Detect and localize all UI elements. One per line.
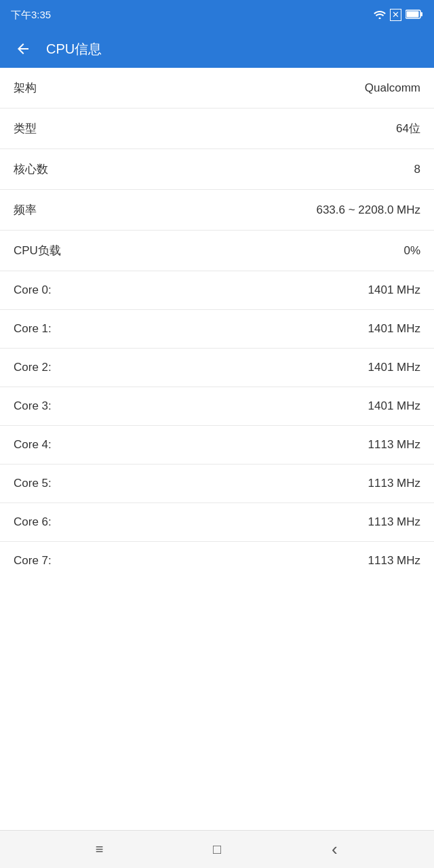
info-label: CPU负载: [14, 243, 61, 258]
svg-rect-2: [407, 11, 419, 17]
svg-rect-1: [420, 12, 422, 16]
info-row: 架构Qualcomm: [0, 68, 434, 108]
info-row: Core 7:1113 MHz: [0, 542, 434, 580]
info-value: 1113 MHz: [368, 477, 420, 490]
info-value: 8: [414, 163, 420, 176]
info-value: 1401 MHz: [368, 283, 420, 297]
sim-icon: ✕: [390, 9, 401, 21]
info-value: 64位: [396, 121, 420, 136]
info-row: Core 3:1401 MHz: [0, 387, 434, 426]
info-row: Core 0:1401 MHz: [0, 271, 434, 310]
content-area: 架构Qualcomm类型64位核心数8频率633.6 ~ 2208.0 MHzC…: [0, 68, 434, 830]
info-value: 1113 MHz: [368, 438, 420, 452]
back-nav-button[interactable]: ‹: [321, 836, 348, 863]
info-value: 0%: [403, 244, 420, 258]
info-row: Core 1:1401 MHz: [0, 310, 434, 349]
info-row: Core 5:1113 MHz: [0, 465, 434, 503]
status-bar: 下午3:35 ✕: [0, 0, 434, 30]
menu-button[interactable]: ≡: [86, 836, 113, 863]
toolbar-title: CPU信息: [46, 40, 102, 58]
status-icons: ✕: [374, 9, 423, 21]
info-value: 1401 MHz: [368, 361, 420, 374]
info-row: Core 4:1113 MHz: [0, 426, 434, 465]
info-label: Core 3:: [14, 399, 52, 413]
home-button[interactable]: □: [203, 836, 231, 863]
toolbar: CPU信息: [0, 30, 434, 68]
info-row: Core 2:1401 MHz: [0, 349, 434, 387]
info-label: 架构: [14, 80, 37, 96]
info-value: 1401 MHz: [368, 322, 420, 336]
status-time: 下午3:35: [11, 9, 51, 22]
info-row: 核心数8: [0, 149, 434, 190]
info-row: 频率633.6 ~ 2208.0 MHz: [0, 190, 434, 231]
info-label: Core 7:: [14, 554, 52, 568]
back-button[interactable]: [11, 37, 35, 61]
info-value: Qualcomm: [365, 81, 420, 95]
info-value: 1113 MHz: [368, 554, 420, 568]
info-value: 1113 MHz: [368, 515, 420, 529]
info-value: 1401 MHz: [368, 399, 420, 413]
battery-icon: [406, 9, 423, 21]
info-label: Core 4:: [14, 438, 52, 452]
info-label: 类型: [14, 121, 37, 136]
info-label: Core 2:: [14, 361, 52, 374]
info-label: 频率: [14, 202, 37, 218]
info-value: 633.6 ~ 2208.0 MHz: [316, 203, 420, 217]
info-label: Core 5:: [14, 477, 52, 490]
info-row: CPU负载0%: [0, 231, 434, 271]
info-label: Core 6:: [14, 515, 52, 529]
info-label: Core 0:: [14, 283, 52, 297]
bottom-nav: ≡ □ ‹: [0, 830, 434, 868]
info-row: 类型64位: [0, 108, 434, 149]
info-row: Core 6:1113 MHz: [0, 503, 434, 542]
info-label: Core 1:: [14, 322, 52, 336]
wifi-icon: [374, 9, 386, 21]
info-label: 核心数: [14, 161, 48, 177]
